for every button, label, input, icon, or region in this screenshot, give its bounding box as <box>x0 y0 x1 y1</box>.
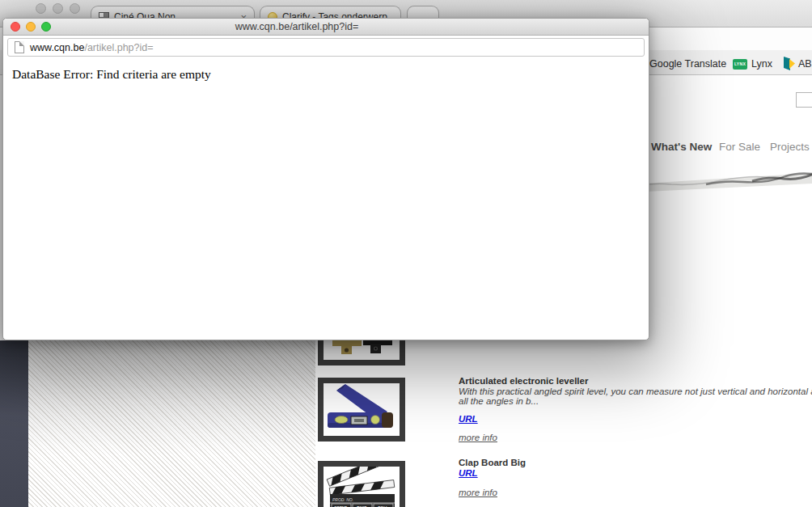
clapboard-photo: PROD. NO. SCENE TAKE ROLL <box>324 467 400 507</box>
dark-left-edge <box>0 340 28 507</box>
nav-whats-new[interactable]: What's New <box>651 141 712 153</box>
ab-bookmark-icon[interactable] <box>784 57 795 70</box>
inactive-minimize-button[interactable] <box>53 3 63 14</box>
popup-url-row: www.cqn.be/artikel.php?id= <box>3 36 649 59</box>
search-input[interactable] <box>796 92 812 108</box>
bookmark-google-translate[interactable]: Google Translate <box>649 58 726 70</box>
torn-paper-graphic <box>629 162 812 202</box>
address-bar[interactable]: www.cqn.be/artikel.php?id= <box>7 38 645 57</box>
more-info-link[interactable]: more info <box>459 433 497 442</box>
url-path: /artikel.php?id= <box>84 42 153 53</box>
product-image-clapboard[interactable]: PROD. NO. SCENE TAKE ROLL <box>318 461 405 507</box>
product-title: Articulated electronic leveller <box>459 376 812 387</box>
product-clapboard-text: Clap Board Big URL more info <box>459 458 812 497</box>
popup-window: www.cqn.be/artikel.php?id= www.cqn.be/ar… <box>2 18 649 340</box>
url-link[interactable]: URL <box>459 414 478 424</box>
product-leveller-text: Articulated electronic leveller With thi… <box>459 376 812 442</box>
bookmark-ab[interactable]: AB <box>798 58 812 70</box>
page-document-icon <box>15 41 24 53</box>
product-description-line2: all the angles in b... <box>459 396 812 406</box>
product-description-line1: With this practical angled spirit level,… <box>459 387 812 396</box>
leveller-photo <box>324 383 400 436</box>
url-host: www.cqn.be <box>30 42 84 53</box>
bookmark-lynx[interactable]: Lynx <box>751 58 772 70</box>
minimize-button[interactable] <box>26 22 36 32</box>
url-link[interactable]: URL <box>459 468 478 478</box>
more-info-link[interactable]: more info <box>459 488 497 497</box>
product-image-leveller[interactable] <box>318 378 405 442</box>
ab-icon-yellow-shape <box>789 59 795 69</box>
nav-for-sale[interactable]: For Sale <box>719 141 760 153</box>
nav-projects[interactable]: Projects <box>770 141 810 153</box>
ab-icon-teal-shape <box>784 57 790 70</box>
inactive-zoom-button[interactable] <box>70 3 80 14</box>
screen: Ciné Qua Non × Clarify - Tags onderwerp.… <box>0 0 812 507</box>
product-title: Clap Board Big <box>459 458 812 468</box>
inactive-close-button[interactable] <box>36 3 46 14</box>
zoom-button[interactable] <box>41 22 51 32</box>
popup-titlebar[interactable]: www.cqn.be/artikel.php?id= <box>3 19 649 36</box>
popup-title: www.cqn.be/artikel.php?id= <box>235 21 359 32</box>
error-message: DataBase Error: Find criteria are empty <box>3 59 649 90</box>
lynx-icon[interactable]: LYNX <box>733 59 747 70</box>
close-button[interactable] <box>11 22 20 32</box>
clapboard-prod-label: PROD. NO. <box>332 497 353 502</box>
